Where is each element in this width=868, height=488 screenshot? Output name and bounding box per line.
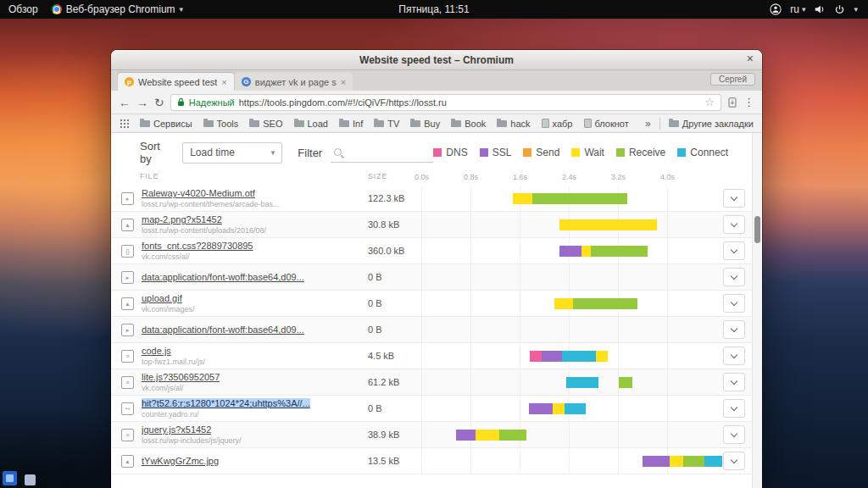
file-link[interactable]: hit?t52.6;r;s1280*1024*24;uhttps%3A//... bbox=[142, 398, 310, 408]
power-icon[interactable] bbox=[834, 4, 845, 15]
file-link[interactable]: map-2.png?x51452 bbox=[142, 214, 222, 225]
waterfall-segment-connect bbox=[566, 377, 598, 388]
expand-row-button[interactable] bbox=[723, 241, 745, 260]
search-icon bbox=[334, 148, 342, 156]
bookmark-star-icon[interactable]: ☆ bbox=[704, 96, 715, 108]
bookmark-item[interactable]: Сервисы bbox=[140, 119, 192, 129]
user-icon[interactable] bbox=[770, 3, 782, 15]
volume-icon[interactable] bbox=[814, 3, 826, 15]
expand-row-button[interactable] bbox=[723, 320, 745, 339]
file-link[interactable]: jquery.js?x51452 bbox=[142, 424, 211, 435]
file-path: vk.com/images/ bbox=[142, 305, 195, 313]
sort-dropdown[interactable]: Load time ▾ bbox=[182, 142, 282, 164]
forward-icon[interactable]: → bbox=[136, 97, 148, 108]
chevron-down-icon bbox=[731, 377, 737, 384]
tab-close-icon[interactable]: × bbox=[221, 77, 226, 87]
bookmark-item[interactable]: TV bbox=[374, 119, 399, 129]
waterfall-segment-wait bbox=[670, 456, 683, 467]
bookmark-label: Сервисы bbox=[153, 119, 192, 129]
address-bar[interactable]: Надежный https://tools.pingdom.com/#!/ci… bbox=[170, 94, 721, 111]
folder-icon bbox=[497, 120, 507, 127]
expand-row-button[interactable] bbox=[723, 399, 745, 418]
browser-tab[interactable]: pWebsite speed test× bbox=[118, 73, 234, 91]
chevron-down-icon[interactable]: ▾ bbox=[854, 5, 858, 14]
file-link[interactable]: tYwKwgGrZmc.jpg bbox=[142, 456, 219, 466]
waterfall bbox=[421, 246, 720, 257]
file-link[interactable]: data:application/font-woff:base64,d09... bbox=[142, 272, 304, 282]
sort-value: Load time bbox=[190, 147, 235, 158]
url-text[interactable]: https://tools.pingdom.com/#!/ciQiVF/http… bbox=[239, 97, 701, 108]
chevron-down-icon bbox=[731, 324, 737, 331]
bookmark-item[interactable]: Load bbox=[294, 119, 328, 129]
expand-row-button[interactable] bbox=[723, 425, 745, 444]
bookmark-item[interactable]: Buy bbox=[410, 119, 440, 129]
chevron-down-icon bbox=[731, 403, 737, 410]
chevron-down-icon bbox=[731, 219, 737, 226]
window-close-icon[interactable]: × bbox=[747, 52, 754, 65]
menu-icon[interactable]: ⋮ bbox=[743, 96, 754, 108]
tabs-container: pWebsite speed test×Gвиджет vk и page s× bbox=[118, 73, 353, 91]
waterfall-segment-wait bbox=[476, 430, 499, 441]
waterfall-segment-receive bbox=[532, 193, 627, 204]
taskbar-icon[interactable] bbox=[25, 474, 36, 485]
scrollbar-thumb[interactable] bbox=[754, 216, 760, 243]
table-row: ▲tYwKwgGrZmc.jpg13.5 kB bbox=[111, 448, 752, 474]
bookmark-item[interactable]: Inf bbox=[339, 119, 363, 129]
file-link[interactable]: lite.js?3506952057 bbox=[142, 372, 220, 382]
secure-badge[interactable]: Надежный bbox=[189, 97, 235, 108]
file-link[interactable]: upload.gif bbox=[142, 293, 182, 303]
back-icon[interactable]: ← bbox=[119, 97, 131, 108]
chevron-down-icon: ▾ bbox=[802, 5, 806, 14]
page-scrollbar[interactable] bbox=[752, 133, 762, 488]
expand-row-button[interactable] bbox=[723, 347, 745, 365]
app-menu[interactable]: Веб-браузер Chromium ▾ bbox=[52, 3, 183, 15]
file-link[interactable]: Raleway-v4020-Medium.otf bbox=[142, 188, 255, 198]
file-link[interactable]: fonts_cnt.css?2889730895 bbox=[142, 241, 253, 251]
expand-row-button[interactable] bbox=[723, 189, 745, 208]
folder-icon bbox=[339, 120, 349, 127]
waterfall-segment-wait bbox=[581, 246, 591, 257]
browser-window: Website speed test – Chromium × pWebsite… bbox=[111, 50, 762, 488]
waterfall-segment-connect bbox=[565, 403, 586, 414]
expand-row-button[interactable] bbox=[723, 268, 745, 286]
browser-tab[interactable]: Gвиджет vk и page s× bbox=[235, 73, 353, 91]
keyboard-layout-indicator[interactable]: ru ▾ bbox=[790, 3, 805, 15]
filter-search-input[interactable] bbox=[331, 142, 433, 163]
page-content: Sort by Load time ▾ Filter DNSSSLSendWai… bbox=[111, 133, 762, 488]
expand-row-button[interactable] bbox=[723, 373, 745, 391]
bookmarks-overflow-icon[interactable]: » bbox=[645, 118, 651, 130]
taskbar-icon[interactable] bbox=[3, 471, 17, 485]
tab-close-icon[interactable]: × bbox=[341, 77, 346, 87]
other-bookmarks-button[interactable]: Другие закладки bbox=[669, 119, 754, 129]
clock[interactable]: Пятница, 11:51 bbox=[398, 3, 469, 15]
bookmark-label: хабр bbox=[553, 119, 573, 129]
expand-row-button[interactable] bbox=[723, 294, 745, 313]
activities-button[interactable]: Обзор bbox=[8, 3, 38, 15]
expand-row-button[interactable] bbox=[723, 215, 745, 234]
bookmark-item[interactable]: hack bbox=[497, 119, 530, 129]
table-row: ▸Raleway-v4020-Medium.otflosst.ru/wp-con… bbox=[111, 186, 752, 212]
file-link[interactable]: code.js bbox=[142, 346, 171, 356]
folder-icon bbox=[374, 120, 384, 127]
bookmark-item[interactable]: SEO bbox=[249, 119, 282, 129]
bookmark-label: Load bbox=[308, 119, 328, 129]
bookmark-item[interactable]: Tools bbox=[203, 119, 239, 129]
expand-row-button[interactable] bbox=[723, 452, 745, 470]
waterfall bbox=[421, 403, 720, 414]
legend-swatch bbox=[480, 148, 488, 157]
apps-grid-icon[interactable] bbox=[120, 119, 129, 128]
file-size: 0 B bbox=[368, 324, 382, 335]
window-titlebar[interactable]: Website speed test – Chromium × bbox=[111, 50, 762, 70]
profile-button[interactable]: Сергей bbox=[710, 73, 755, 86]
app-menu-label: Веб-браузер Chromium bbox=[66, 3, 175, 15]
reload-icon[interactable]: ↻ bbox=[154, 97, 164, 108]
chevron-down-icon bbox=[731, 272, 737, 279]
bookmark-item[interactable]: Book bbox=[451, 119, 486, 129]
bookmark-item[interactable]: хабр bbox=[542, 119, 573, 129]
waterfall-segment-ssl bbox=[456, 430, 475, 441]
file-link[interactable]: data:application/font-woff:base64,d09... bbox=[142, 324, 304, 335]
lock-icon bbox=[177, 97, 185, 107]
save-page-icon[interactable] bbox=[727, 97, 737, 108]
bookmark-item[interactable]: блокнот bbox=[584, 119, 629, 129]
waterfall-segment-receive bbox=[499, 430, 526, 441]
